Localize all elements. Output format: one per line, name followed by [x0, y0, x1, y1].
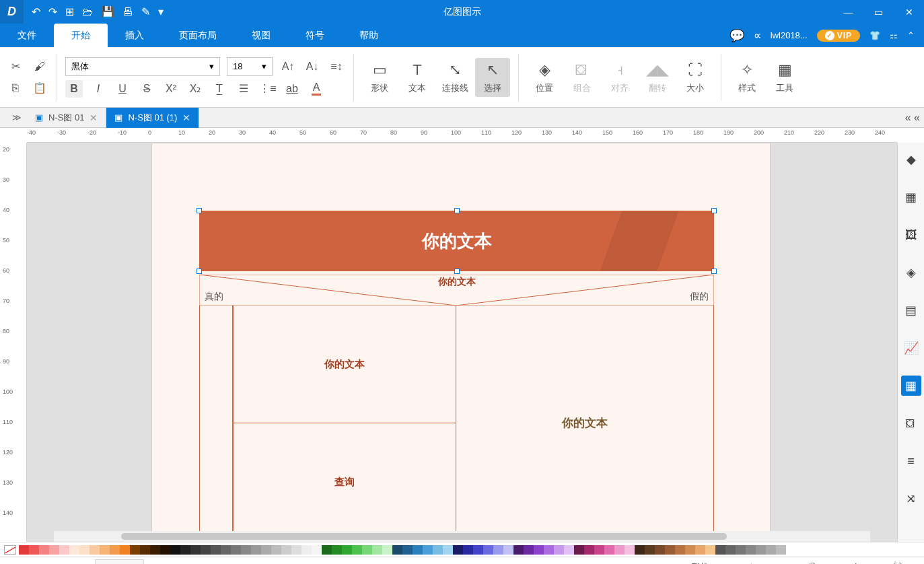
color-swatch[interactable]: [513, 545, 524, 555]
user-label[interactable]: lwl2018...: [771, 30, 808, 40]
color-swatch[interactable]: [211, 545, 221, 555]
color-swatch[interactable]: [49, 545, 59, 555]
maximize-button[interactable]: ▭: [863, 0, 894, 24]
menu-view[interactable]: 视图: [234, 24, 288, 47]
color-swatch[interactable]: [463, 545, 473, 555]
color-swatch[interactable]: [554, 545, 564, 555]
superscript-button[interactable]: X²: [162, 80, 180, 98]
bold-button[interactable]: B: [65, 80, 83, 98]
text-tool-button[interactable]: T文本: [400, 61, 435, 94]
color-swatch[interactable]: [160, 545, 170, 555]
color-swatch[interactable]: [69, 545, 79, 555]
new-icon[interactable]: ⊞: [65, 5, 74, 18]
color-swatch[interactable]: [493, 545, 503, 555]
color-swatch[interactable]: [413, 545, 423, 555]
collapse-ribbon-icon[interactable]: ⌃: [907, 30, 915, 40]
qat-more-icon[interactable]: ▾: [158, 5, 164, 18]
numbered-list-button[interactable]: ☰: [235, 80, 252, 98]
color-swatch[interactable]: [130, 545, 140, 555]
color-swatch[interactable]: [251, 545, 261, 555]
menu-insert[interactable]: 插入: [108, 24, 162, 47]
tabs-scroll-icon[interactable]: ≫: [7, 112, 27, 122]
color-swatch[interactable]: [695, 545, 705, 555]
add-page-button[interactable]: ＋: [151, 559, 163, 565]
page-selector[interactable]: Page-1▾: [30, 560, 88, 564]
color-swatch[interactable]: [725, 545, 736, 555]
color-swatch[interactable]: [544, 545, 554, 555]
color-swatch[interactable]: [322, 545, 332, 555]
color-swatch[interactable]: [352, 545, 362, 555]
color-swatch[interactable]: [564, 545, 574, 555]
color-swatch[interactable]: [503, 545, 513, 555]
color-swatch[interactable]: [79, 545, 90, 555]
selection-handle[interactable]: [454, 269, 460, 274]
color-swatch[interactable]: [433, 545, 443, 555]
export-icon[interactable]: ✎: [141, 5, 150, 18]
left-strip-shape[interactable]: [199, 306, 233, 541]
selection-handle[interactable]: [711, 208, 717, 213]
color-swatch[interactable]: [756, 545, 766, 555]
print-icon[interactable]: 🖶: [122, 6, 133, 18]
color-swatch[interactable]: [604, 545, 614, 555]
cut-icon[interactable]: ✂: [7, 58, 24, 75]
highlight-button[interactable]: T̲: [211, 80, 228, 98]
color-swatch[interactable]: [584, 545, 594, 555]
page-panel-icon[interactable]: ▤: [901, 300, 921, 320]
decrease-font-icon[interactable]: A↓: [304, 58, 321, 75]
color-swatch[interactable]: [39, 545, 49, 555]
menu-file[interactable]: 文件: [0, 24, 54, 47]
minimize-button[interactable]: —: [833, 0, 863, 24]
table-panel-icon[interactable]: ▦: [901, 376, 921, 396]
menu-layout[interactable]: 页面布局: [162, 24, 234, 47]
position-button[interactable]: ◈位置: [527, 61, 562, 94]
color-swatch[interactable]: [170, 545, 180, 555]
color-swatch[interactable]: [614, 545, 625, 555]
color-swatch[interactable]: [645, 545, 655, 555]
fill-panel-icon[interactable]: ◆: [901, 149, 921, 170]
paste-icon[interactable]: 📋: [31, 79, 48, 97]
color-swatch[interactable]: [150, 545, 160, 555]
drawing-page[interactable]: 你的文本 你的文本 真的 假的 你的文本 查询 你的文本: [151, 143, 771, 533]
group-button[interactable]: ⛋组合: [565, 61, 600, 94]
color-swatch[interactable]: [59, 545, 69, 555]
vip-badge[interactable]: VIP: [817, 30, 860, 42]
color-swatch[interactable]: [362, 545, 372, 555]
doc-tab-1[interactable]: ▣ N-S图 01 (1) ✕: [106, 108, 199, 128]
format-painter-icon[interactable]: 🖌: [31, 58, 48, 75]
strikethrough-button[interactable]: S: [138, 80, 155, 98]
color-swatch[interactable]: [524, 545, 534, 555]
left-bottom-shape[interactable]: 查询: [233, 423, 456, 541]
presentation-icon[interactable]: ▷: [751, 560, 760, 565]
size-button[interactable]: ⛶大小: [678, 61, 713, 94]
line-spacing-icon[interactable]: ≡↕: [328, 58, 345, 75]
shape-tool-button[interactable]: ▭形状: [362, 61, 397, 94]
color-swatch[interactable]: [483, 545, 493, 555]
subscript-button[interactable]: X₂: [186, 80, 204, 98]
color-swatch[interactable]: [443, 545, 453, 555]
menu-help[interactable]: 帮助: [342, 24, 396, 47]
bullet-list-button[interactable]: ⋮≡: [259, 80, 277, 98]
selection-handle[interactable]: [197, 269, 202, 274]
color-swatch[interactable]: [140, 545, 150, 555]
color-swatch[interactable]: [776, 545, 786, 555]
color-swatch[interactable]: [453, 545, 463, 555]
color-swatch[interactable]: [635, 545, 645, 555]
color-swatch[interactable]: [342, 545, 352, 555]
collapse-panel-icon[interactable]: « «: [905, 112, 920, 124]
increase-font-icon[interactable]: A↑: [279, 58, 297, 75]
color-swatch[interactable]: [423, 545, 433, 555]
open-icon[interactable]: 🗁: [82, 6, 93, 18]
page-tab[interactable]: Page-1: [95, 559, 144, 565]
tools-button[interactable]: ▦工具: [767, 61, 802, 94]
color-swatch[interactable]: [90, 545, 100, 555]
zoom-out-button[interactable]: −: [769, 560, 776, 564]
select-tool-button[interactable]: ↖选择: [475, 58, 510, 97]
color-swatch[interactable]: [675, 545, 685, 555]
color-swatch[interactable]: [120, 545, 130, 555]
connector-tool-button[interactable]: ⤡连接线: [437, 61, 472, 94]
color-swatch[interactable]: [625, 545, 635, 555]
color-swatch[interactable]: [574, 545, 584, 555]
color-swatch[interactable]: [201, 545, 211, 555]
align-button[interactable]: ⫞对齐: [602, 61, 637, 94]
image-panel-icon[interactable]: 🖼: [901, 225, 921, 245]
